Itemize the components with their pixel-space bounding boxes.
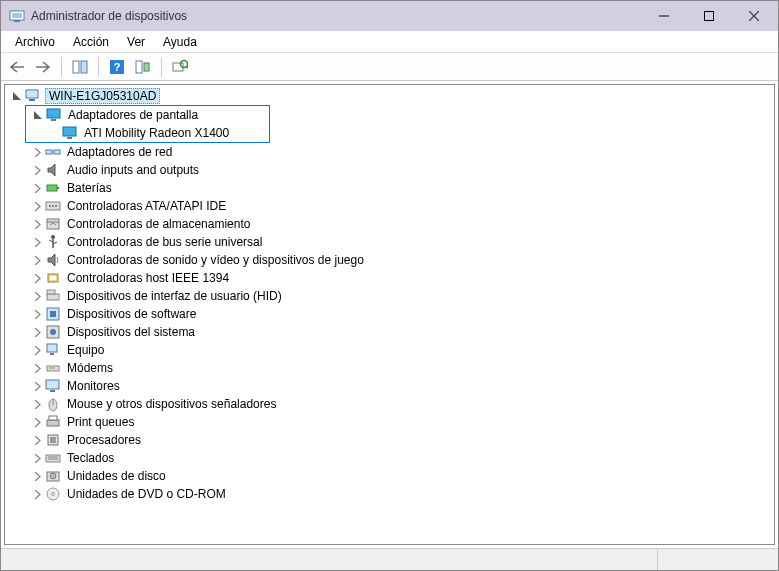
toolbar-separator xyxy=(161,57,162,77)
svg-rect-17 xyxy=(29,99,35,101)
svg-rect-42 xyxy=(50,311,56,317)
tree-item-label: Print queues xyxy=(65,415,136,429)
tree-item-label: Equipo xyxy=(65,343,106,357)
menu-file[interactable]: Archivo xyxy=(7,33,63,51)
tree-root-label: WIN-E1GJ05310AD xyxy=(45,88,160,104)
window-title: Administrador de dispositivos xyxy=(31,9,641,23)
tree-category[interactable]: Controladoras de sonido y vídeo y dispos… xyxy=(25,251,774,269)
tree-category[interactable]: Unidades de disco xyxy=(25,467,774,485)
expander-icon[interactable] xyxy=(29,216,45,232)
expander-icon[interactable] xyxy=(29,342,45,358)
maximize-button[interactable] xyxy=(686,2,731,30)
tree-item-label: Mouse y otros dispositivos señaladores xyxy=(65,397,278,411)
tree-category[interactable]: Controladoras ATA/ATAPI IDE xyxy=(25,197,774,215)
expander-icon[interactable] xyxy=(9,88,25,104)
expander-icon[interactable] xyxy=(29,180,45,196)
expander-icon[interactable] xyxy=(29,288,45,304)
svg-rect-54 xyxy=(47,420,59,426)
expander-icon[interactable] xyxy=(29,270,45,286)
tree-category[interactable]: Mouse y otros dispositivos señaladores xyxy=(25,395,774,413)
scan-hardware-button[interactable] xyxy=(168,55,192,79)
tree-category[interactable]: Controladoras host IEEE 1394 xyxy=(25,269,774,287)
svg-line-15 xyxy=(186,66,188,68)
expander-icon[interactable] xyxy=(29,468,45,484)
toolbar-separator xyxy=(61,57,62,77)
device-tree[interactable]: WIN-E1GJ05310AD Adaptadores de pantalla … xyxy=(4,84,775,545)
minimize-button[interactable] xyxy=(641,2,686,30)
computer-icon xyxy=(25,88,41,104)
expander-icon[interactable] xyxy=(29,162,45,178)
back-button[interactable] xyxy=(5,55,29,79)
svg-rect-4 xyxy=(704,12,713,21)
tree-category[interactable]: Controladoras de almacenamiento xyxy=(25,215,774,233)
expander-icon[interactable] xyxy=(29,486,45,502)
expander-icon[interactable] xyxy=(29,324,45,340)
svg-point-33 xyxy=(51,235,55,239)
tree-category[interactable]: Audio inputs and outputs xyxy=(25,161,774,179)
expander-icon[interactable] xyxy=(29,306,45,322)
svg-point-49 xyxy=(52,367,54,369)
expander-icon[interactable] xyxy=(29,450,45,466)
tree-category[interactable]: Monitores xyxy=(25,377,774,395)
toolbar: ? xyxy=(1,53,778,81)
tree-item-label: Audio inputs and outputs xyxy=(65,163,201,177)
tree-category[interactable]: Dispositivos del sistema xyxy=(25,323,774,341)
svg-point-64 xyxy=(52,493,55,496)
tree-item-label: Controladoras ATA/ATAPI IDE xyxy=(65,199,228,213)
tree-category[interactable]: Dispositivos de software xyxy=(25,305,774,323)
tree-item-label: Módems xyxy=(65,361,115,375)
expander-icon[interactable] xyxy=(29,378,45,394)
tree-device-ati-radeon[interactable]: ATI Mobility Radeon X1400 xyxy=(42,124,269,142)
svg-rect-1 xyxy=(12,13,22,18)
expander-icon[interactable] xyxy=(29,198,45,214)
svg-rect-40 xyxy=(47,290,55,294)
menu-action[interactable]: Acción xyxy=(65,33,117,51)
audio-icon xyxy=(45,162,61,178)
show-hidden-button[interactable] xyxy=(131,55,155,79)
svg-point-44 xyxy=(50,329,56,335)
svg-point-30 xyxy=(55,205,57,207)
forward-button[interactable] xyxy=(31,55,55,79)
tree-category[interactable]: Módems xyxy=(25,359,774,377)
tree-item-label: Controladoras de sonido y vídeo y dispos… xyxy=(65,253,366,267)
system-icon xyxy=(45,324,61,340)
expander-icon[interactable] xyxy=(29,252,45,268)
tree-category[interactable]: Teclados xyxy=(25,449,774,467)
tree-category[interactable]: Baterías xyxy=(25,179,774,197)
tree-item-label: Dispositivos de software xyxy=(65,307,198,321)
menu-view[interactable]: Ver xyxy=(119,33,153,51)
menu-help[interactable]: Ayuda xyxy=(155,33,205,51)
tree-root[interactable]: WIN-E1GJ05310AD xyxy=(5,87,774,105)
show-hide-console-button[interactable] xyxy=(68,55,92,79)
tree-item-label: Controladoras de bus serie universal xyxy=(65,235,264,249)
svg-rect-25 xyxy=(47,185,57,191)
expander-icon[interactable] xyxy=(29,360,45,376)
expander-icon[interactable] xyxy=(29,396,45,412)
tree-category[interactable]: Controladoras de bus serie universal xyxy=(25,233,774,251)
menubar: Archivo Acción Ver Ayuda xyxy=(1,31,778,53)
tree-category[interactable]: Procesadores xyxy=(25,431,774,449)
disk-icon xyxy=(45,468,61,484)
svg-rect-20 xyxy=(63,127,76,136)
expander-icon[interactable] xyxy=(29,144,45,160)
tree-category[interactable]: Print queues xyxy=(25,413,774,431)
expander-icon[interactable] xyxy=(29,414,45,430)
software-icon xyxy=(45,306,61,322)
statusbar-segment xyxy=(658,549,778,570)
help-button[interactable]: ? xyxy=(105,55,129,79)
svg-rect-23 xyxy=(54,150,60,154)
tree-category-display-adapters[interactable]: Adaptadores de pantalla xyxy=(26,106,269,124)
titlebar: Administrador de dispositivos xyxy=(1,1,778,31)
tree-category[interactable]: Dispositivos de interfaz de usuario (HID… xyxy=(25,287,774,305)
tree-category[interactable]: Equipo xyxy=(25,341,774,359)
tree-category[interactable]: Unidades de DVD o CD-ROM xyxy=(25,485,774,503)
tree-item-label: Adaptadores de red xyxy=(65,145,174,159)
network-icon xyxy=(45,144,61,160)
svg-rect-8 xyxy=(81,61,87,73)
expander-icon[interactable] xyxy=(30,107,46,123)
close-button[interactable] xyxy=(731,2,776,30)
expander-icon[interactable] xyxy=(29,432,45,448)
tree-category[interactable]: Adaptadores de red xyxy=(25,143,774,161)
expander-icon[interactable] xyxy=(29,234,45,250)
svg-rect-57 xyxy=(50,437,56,443)
